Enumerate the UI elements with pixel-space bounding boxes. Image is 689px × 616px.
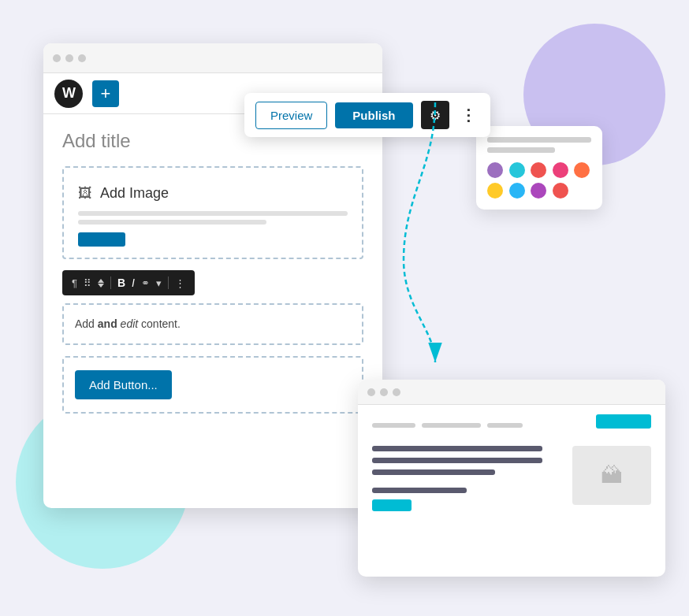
preview-top-lines-group xyxy=(372,423,523,428)
bold-tool[interactable]: B xyxy=(117,276,125,289)
color-pink[interactable] xyxy=(553,162,568,178)
arrows-tool[interactable] xyxy=(98,279,104,288)
preview-image-placeholder: 🏔 xyxy=(572,446,651,505)
paragraph-symbol-tool[interactable]: ¶ xyxy=(72,277,77,289)
preview-line-1 xyxy=(372,446,542,451)
add-block-button[interactable]: + xyxy=(92,80,119,107)
italic-tool[interactable]: I xyxy=(132,276,135,289)
color-light-blue[interactable] xyxy=(509,183,525,199)
color-yellow[interactable] xyxy=(487,183,503,199)
publish-arrow xyxy=(396,102,475,370)
preview-body: 🏔 xyxy=(358,405,665,521)
more-options-button[interactable]: ⋮ xyxy=(457,104,479,126)
toolbar-divider xyxy=(110,276,111,289)
color-orange[interactable] xyxy=(574,162,590,178)
placeholder-line-full xyxy=(78,211,348,216)
preview-dot-1 xyxy=(367,388,375,396)
preview-header-row xyxy=(372,414,651,436)
button-block[interactable]: Add Button... xyxy=(62,356,363,414)
color-teal[interactable] xyxy=(509,162,525,178)
vertical-dots-icon: ⋮ xyxy=(460,106,476,124)
titlebar-dot-3 xyxy=(78,54,86,62)
blue-pill xyxy=(78,232,125,247)
image-placeholder-lines xyxy=(78,211,348,225)
add-button-btn[interactable]: Add Button... xyxy=(75,370,172,399)
dropdown-tool[interactable]: ▾ xyxy=(156,277,162,289)
color-grid xyxy=(487,162,591,199)
publish-button[interactable]: Publish xyxy=(335,102,412,128)
color-red2[interactable] xyxy=(553,183,568,199)
toolbar-popup: Preview Publish ⚙ ⋮ xyxy=(244,93,490,137)
preview-line-4 xyxy=(372,488,467,493)
preview-teal-button[interactable] xyxy=(596,414,651,429)
gear-icon: ⚙ xyxy=(430,108,441,123)
image-block-header: 🖼 Add Image xyxy=(78,185,348,202)
preview-text-column xyxy=(372,446,561,511)
preview-line-3 xyxy=(372,469,495,475)
colors-panel xyxy=(476,126,602,210)
image-block[interactable]: 🖼 Add Image xyxy=(62,166,363,259)
placeholder-line-short xyxy=(78,220,266,225)
text-edit: edit xyxy=(121,317,139,330)
grid-tool[interactable]: ⠿ xyxy=(84,277,91,289)
titlebar-dot-1 xyxy=(53,54,61,62)
preview-titlebar xyxy=(358,380,665,405)
preview-image-icon: 🏔 xyxy=(601,462,623,488)
arrow-down xyxy=(98,284,104,288)
paragraph-toolbar: ¶ ⠿ B I ⚭ ▾ ⋮ xyxy=(62,270,195,295)
color-red[interactable] xyxy=(531,162,546,178)
preview-teal-small-button[interactable] xyxy=(372,499,412,511)
colors-panel-lines xyxy=(487,137,591,153)
colors-line-full xyxy=(487,137,591,143)
preview-dot-2 xyxy=(380,388,388,396)
text-content-end: content. xyxy=(138,317,181,330)
image-icon: 🖼 xyxy=(78,185,92,202)
image-block-title: Add Image xyxy=(100,185,169,202)
text-and: and xyxy=(98,317,117,330)
wordpress-logo: W xyxy=(54,80,83,108)
colors-line-short xyxy=(487,147,555,153)
toolbar-divider-2 xyxy=(168,276,169,289)
color-violet[interactable] xyxy=(531,183,546,199)
color-purple[interactable] xyxy=(487,162,503,178)
text-add: Add xyxy=(75,317,98,330)
preview-content-row: 🏔 xyxy=(372,446,651,511)
spacer xyxy=(372,481,561,488)
settings-button[interactable]: ⚙ xyxy=(421,101,449,129)
more-options-tool[interactable]: ⋮ xyxy=(175,277,185,289)
text-content: Add and edit content. xyxy=(75,316,351,332)
preview-top-line-3 xyxy=(487,423,523,428)
preview-line-2 xyxy=(372,458,542,463)
editor-titlebar xyxy=(43,43,382,73)
titlebar-dot-2 xyxy=(65,54,73,62)
preview-top-line-2 xyxy=(422,423,481,428)
preview-dot-3 xyxy=(393,388,400,396)
preview-button[interactable]: Preview xyxy=(255,102,327,129)
editor-body: Add title 🖼 Add Image ¶ ⠿ B I ⚭ xyxy=(43,114,382,429)
arrow-up xyxy=(98,279,104,283)
preview-window: 🏔 xyxy=(358,380,665,577)
preview-top-line-1 xyxy=(372,423,415,428)
link-tool[interactable]: ⚭ xyxy=(141,277,150,289)
text-content-block[interactable]: Add and edit content. xyxy=(62,303,363,345)
